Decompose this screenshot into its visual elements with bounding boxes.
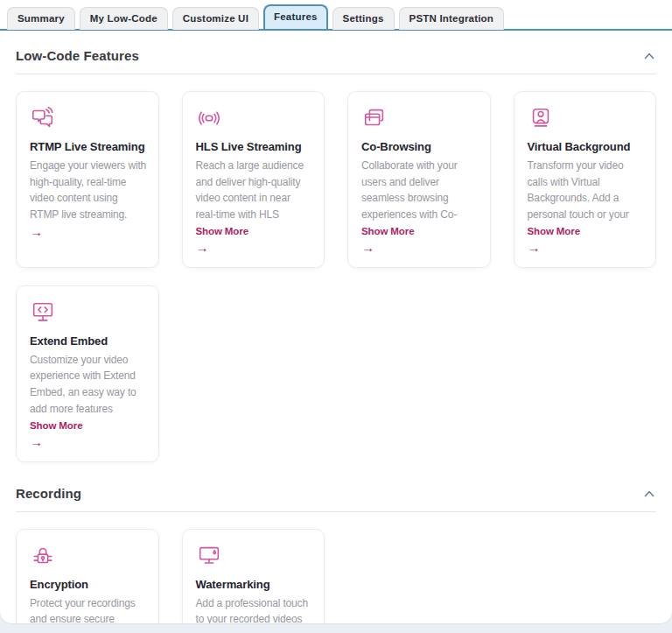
tab-label: My Low-Code: [90, 13, 158, 24]
feature-card-description: Engage your viewers with high-quality, r…: [30, 158, 147, 222]
feature-card-title: HLS Live Streaming: [196, 140, 313, 153]
show-more-link[interactable]: Show More: [528, 226, 580, 236]
arrow-right-link[interactable]: →: [361, 241, 479, 256]
section: Low-Code Features RTMP Live Streaming En…: [16, 47, 656, 462]
code-monitor-icon: [30, 299, 147, 327]
cards-grid: RTMP Live Streaming Engage your viewers …: [16, 91, 656, 462]
arrow-right-link[interactable]: →: [196, 241, 313, 256]
arrow-right-link[interactable]: →: [30, 435, 147, 450]
feature-card-description: Transform your video calls with Virtual …: [528, 158, 645, 222]
tab-settings[interactable]: Settings: [332, 7, 395, 30]
feature-card-title: RTMP Live Streaming: [30, 140, 147, 153]
feature-card-title: Co-Browsing: [361, 140, 479, 153]
feature-card-description: Add a professional touch to your recorde…: [196, 595, 313, 623]
tab-pstn-integration[interactable]: PSTN Integration: [399, 7, 504, 30]
section-divider: [16, 511, 656, 512]
feature-card[interactable]: Virtual Background Transform your video …: [514, 91, 657, 268]
feature-card[interactable]: HLS Live Streaming Reach a large audienc…: [182, 91, 326, 268]
chat-broadcast-icon: [30, 105, 147, 133]
tab-features[interactable]: Features: [263, 4, 328, 29]
feature-card-title: Encryption: [30, 578, 147, 591]
arrow-right-link[interactable]: →: [528, 241, 645, 256]
feature-card-description: Protect your recordings and ensure secur…: [30, 595, 147, 623]
tab-label: Features: [274, 11, 318, 22]
feature-card-description: Collaborate with your users and deliver …: [361, 158, 479, 222]
watermark-monitor-icon: [196, 543, 313, 571]
tab-bar: Summary My Low-Code Customize UI Feature…: [0, 0, 672, 31]
show-more-link[interactable]: Show More: [30, 420, 82, 431]
encryption-lock-icon: [30, 543, 147, 571]
section-collapse-button[interactable]: [642, 485, 656, 502]
tab-label: PSTN Integration: [410, 13, 494, 24]
feature-card-title: Watermarking: [196, 578, 313, 591]
chevron-up-icon: [644, 49, 654, 62]
tab-label: Summary: [18, 13, 65, 24]
section-title: Recording: [16, 486, 81, 501]
feature-card[interactable]: Encryption Protect your recordings and e…: [16, 529, 159, 623]
tab-label: Settings: [343, 13, 384, 24]
feature-card[interactable]: Watermarking Add a professional touch to…: [182, 529, 326, 623]
chevron-up-icon: [644, 487, 654, 500]
section-header: Recording: [16, 485, 656, 502]
person-frame-icon: [528, 105, 645, 133]
section-divider: [16, 74, 656, 74]
cards-grid: Encryption Protect your recordings and e…: [16, 529, 656, 623]
section: Recording Encryption Protect your record…: [16, 485, 656, 623]
feature-card[interactable]: Extend Embed Customize your video experi…: [16, 285, 159, 462]
arrow-right-link[interactable]: →: [30, 225, 147, 240]
section-collapse-button[interactable]: [642, 47, 656, 64]
feature-card-title: Extend Embed: [30, 334, 147, 348]
overlapping-windows-icon: [361, 105, 479, 133]
broadcast-signal-icon: [196, 105, 313, 133]
section-title: Low-Code Features: [16, 48, 139, 63]
feature-card-description: Customize your video experience with Ext…: [30, 352, 147, 417]
sections: Low-Code Features RTMP Live Streaming En…: [0, 31, 672, 623]
tab-label: Customize UI: [183, 13, 248, 24]
tab-my-low-code[interactable]: My Low-Code: [80, 7, 168, 30]
show-more-link[interactable]: Show More: [196, 226, 248, 236]
feature-card-description: Reach a large audience and deliver high-…: [196, 158, 313, 222]
features-panel: Summary My Low-Code Customize UI Feature…: [0, 0, 672, 623]
tab-summary[interactable]: Summary: [7, 7, 75, 30]
section-header: Low-Code Features: [16, 47, 656, 64]
feature-card-title: Virtual Background: [528, 140, 645, 153]
tab-customize-ui[interactable]: Customize UI: [172, 7, 259, 30]
feature-card[interactable]: Co-Browsing Collaborate with your users …: [347, 91, 491, 268]
feature-card[interactable]: RTMP Live Streaming Engage your viewers …: [16, 91, 159, 268]
show-more-link[interactable]: Show More: [361, 226, 414, 236]
